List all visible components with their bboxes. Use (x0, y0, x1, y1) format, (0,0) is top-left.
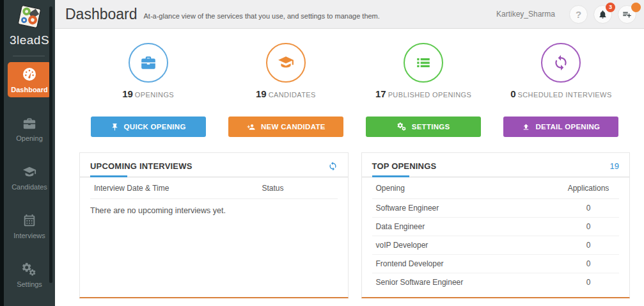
bell-icon (598, 10, 608, 19)
stat-circle-openings[interactable] (129, 43, 168, 83)
applications-count: 0 (558, 241, 619, 250)
opening-name: Senior Software Engineer (376, 278, 558, 287)
upcoming-interviews-panel: UPCOMING INTERVIEWS Interview Date & Tim… (79, 152, 349, 298)
opening-name: Software Engineer (376, 204, 558, 213)
logo-gears-image (16, 3, 43, 30)
list-icon (415, 54, 432, 71)
brand-name: 3leadS (4, 33, 55, 47)
stat-scheduled-interviews: 0SCHEDULED INTERVIEWS (492, 43, 630, 99)
stat-circle-published[interactable] (404, 43, 443, 83)
help-button[interactable]: ? (569, 5, 588, 24)
pin-icon (111, 123, 119, 131)
sidebar-nav: Dashboard Opening Candidates (4, 62, 55, 306)
stat-value: 19 (256, 88, 267, 99)
page-title: Dashboard (65, 6, 137, 23)
notification-count-badge: 3 (606, 3, 615, 12)
opening-name: Frontend Developer (376, 259, 558, 268)
quick-opening-button[interactable]: QUICK OPENING (91, 117, 206, 137)
upload-icon (522, 123, 530, 131)
panel-title: TOP OPENINGS (372, 161, 437, 171)
opening-name: Data Engineer (376, 222, 558, 231)
refresh-button[interactable] (328, 161, 338, 171)
sidebar-item-label: Settings (8, 280, 51, 288)
table-row[interactable]: Senior Software Engineer 0 (372, 273, 620, 291)
notifications-button[interactable]: 3 (593, 5, 612, 24)
app-window: 3leadS Dashboard (0, 0, 644, 306)
button-label: SETTINGS (412, 123, 450, 131)
sidebar-item-label: Interviews (8, 232, 51, 239)
sync-icon (553, 54, 569, 71)
sidebar-item-label: Opening (8, 134, 51, 142)
opening-name: voIP Developer (376, 241, 558, 250)
sidebar-item-settings[interactable]: Settings (8, 258, 51, 292)
table-row[interactable]: Frontend Developer 0 (372, 255, 620, 273)
stat-caption: 0SCHEDULED INTERVIEWS (510, 88, 612, 99)
dashboard-content: 19OPENINGS 19CANDIDATES (55, 29, 644, 306)
calendar-icon (22, 219, 36, 230)
sidebar-item-opening[interactable]: Opening (8, 112, 51, 146)
playlist-add-icon (622, 10, 632, 19)
quick-add-button[interactable] (618, 5, 636, 24)
stats-row: 19OPENINGS 19CANDIDATES (79, 43, 630, 99)
openings-table: Opening Applications Software Engineer 0… (362, 177, 630, 291)
settings-button[interactable]: SETTINGS (366, 117, 481, 137)
applications-count: 0 (558, 259, 619, 268)
main-area: Dashboard At-a-glance view of the servic… (55, 0, 644, 306)
table-row[interactable]: Software Engineer 0 (372, 199, 620, 218)
refresh-icon (328, 161, 338, 171)
stat-circle-scheduled[interactable] (541, 43, 581, 83)
header-bar: Dashboard At-a-glance view of the servic… (55, 0, 644, 29)
stat-label: OPENINGS (135, 91, 174, 99)
stat-label: CANDIDATES (269, 91, 316, 99)
gauge-icon (22, 73, 37, 84)
sidebar-scrollbar[interactable] (49, 6, 52, 283)
table-header-row: Interview Date & Time Status (90, 177, 338, 199)
sidebar-item-dashboard[interactable]: Dashboard (8, 62, 51, 97)
quick-add-badge (631, 3, 641, 12)
new-candidate-button[interactable]: NEW CANDIDATE (228, 117, 343, 137)
upcoming-interviews-header: UPCOMING INTERVIEWS (80, 153, 348, 177)
stat-circle-candidates[interactable] (266, 43, 306, 83)
stat-value: 19 (122, 88, 133, 99)
empty-state-message: There are no upcoming interviews yet. (90, 199, 338, 215)
gears-icon (397, 122, 407, 131)
sidebar-item-label: Dashboard (8, 86, 51, 93)
panel-title: UPCOMING INTERVIEWS (90, 161, 192, 171)
stat-candidates: 19CANDIDATES (217, 43, 354, 99)
sidebar: 3leadS Dashboard (0, 0, 55, 306)
person-add-icon (246, 123, 256, 131)
app-logo[interactable]: 3leadS (4, 3, 55, 47)
total-openings-link[interactable]: 19 (610, 161, 619, 171)
top-openings-panel: TOP OPENINGS 19 Opening Applications Sof… (361, 152, 631, 298)
username-label[interactable]: Kartikey_Sharma (496, 10, 555, 19)
gears-icon (22, 268, 37, 278)
briefcase-icon (140, 54, 157, 71)
stat-caption: 19CANDIDATES (256, 88, 316, 99)
panels-row: UPCOMING INTERVIEWS Interview Date & Tim… (79, 152, 630, 298)
sidebar-divider (13, 56, 45, 56)
table-row[interactable]: voIP Developer 0 (372, 236, 620, 255)
table-header-row: Opening Applications (372, 177, 620, 199)
detail-opening-button[interactable]: DETAIL OPENING (503, 117, 618, 137)
applications-count: 0 (558, 222, 619, 231)
stat-published-openings: 17PUBLISHED OPENINGS (355, 43, 492, 99)
sidebar-item-candidates[interactable]: Candidates (8, 161, 51, 195)
stat-caption: 19OPENINGS (122, 88, 174, 99)
button-label: NEW CANDIDATE (261, 123, 326, 131)
graduation-cap-icon (22, 170, 37, 181)
stat-label: PUBLISHED OPENINGS (388, 91, 472, 99)
stat-openings: 19OPENINGS (79, 43, 217, 99)
briefcase-icon (22, 122, 36, 133)
stat-caption: 17PUBLISHED OPENINGS (375, 88, 471, 99)
column-header-applications: Applications (558, 184, 619, 193)
actions-row: QUICK OPENING NEW CANDIDATE (79, 117, 630, 137)
applications-count: 0 (558, 278, 619, 287)
column-header-status: Status (262, 184, 338, 193)
stat-value: 17 (375, 88, 386, 99)
applications-count: 0 (558, 204, 619, 213)
table-row[interactable]: Data Engineer 0 (372, 218, 620, 236)
column-header-datetime: Interview Date & Time (94, 184, 262, 193)
graduation-cap-icon (277, 54, 295, 71)
sidebar-item-label: Candidates (8, 183, 51, 191)
sidebar-item-interviews[interactable]: Interviews (8, 209, 51, 243)
